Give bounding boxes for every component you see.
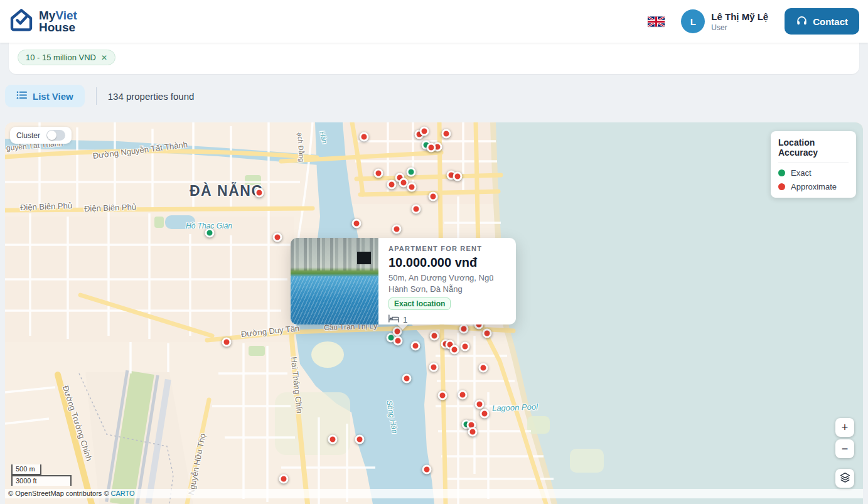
legend-dot: [778, 183, 785, 190]
filter-chip-row: 10 - 15 million VND ✕: [18, 50, 850, 65]
attribution-text: © OpenStreetMap contributors ©: [8, 490, 111, 497]
layers-button[interactable]: [835, 469, 854, 488]
property-marker-approximate[interactable]: [412, 205, 421, 214]
exact-location-badge: Exact location: [388, 298, 451, 310]
property-marker-approximate[interactable]: [429, 192, 438, 201]
property-marker-approximate[interactable]: [392, 225, 402, 234]
property-marker-approximate[interactable]: [429, 363, 439, 372]
language-flag-icon[interactable]: [648, 16, 665, 27]
filter-chip[interactable]: 10 - 15 million VND ✕: [18, 50, 115, 65]
map-label: ĐÀ NẴNG: [190, 183, 264, 200]
property-marker-approximate[interactable]: [459, 324, 469, 334]
contact-button[interactable]: Contact: [785, 8, 859, 35]
legend-dot: [778, 169, 785, 176]
results-count: 134 properties found: [108, 91, 195, 102]
carto-link[interactable]: CARTO: [111, 490, 135, 497]
property-marker-approximate[interactable]: [453, 172, 463, 181]
property-marker-approximate[interactable]: [422, 465, 432, 475]
property-marker-approximate[interactable]: [374, 169, 383, 178]
property-marker-approximate[interactable]: [355, 435, 365, 444]
legend-title: Location Accuracy: [778, 137, 849, 158]
property-marker-approximate[interactable]: [279, 475, 289, 484]
photo-building-detail: [357, 252, 371, 264]
property-marker-approximate[interactable]: [468, 427, 478, 437]
scale-imperial: 3000 ft: [11, 475, 72, 486]
bed-icon: [388, 314, 399, 324]
property-marker-approximate[interactable]: [480, 409, 490, 419]
filter-chip-label: 10 - 15 million VND: [26, 53, 96, 62]
chip-remove-icon[interactable]: ✕: [101, 53, 107, 62]
logo[interactable]: MyViet House: [9, 8, 77, 35]
map-scale: 500 m 3000 ft: [11, 464, 72, 486]
legend-item-exact: Exact: [778, 168, 849, 178]
property-marker-approximate[interactable]: [483, 329, 492, 338]
zoom-in-button[interactable]: +: [835, 418, 854, 437]
legend-label-approximate: Approximate: [791, 182, 837, 191]
property-marker-approximate[interactable]: [255, 188, 264, 198]
legend-divider: [778, 163, 849, 163]
list-view-label: List View: [33, 91, 73, 102]
logo-text: MyViet House: [39, 9, 77, 33]
list-icon: [16, 90, 27, 102]
property-marker-exact[interactable]: [205, 228, 215, 238]
property-marker-approximate[interactable]: [387, 180, 397, 190]
property-marker-approximate[interactable]: [222, 338, 232, 347]
property-marker-approximate[interactable]: [407, 183, 417, 192]
property-marker-exact[interactable]: [407, 168, 416, 177]
avatar[interactable]: L: [681, 9, 705, 33]
list-view-button[interactable]: List View: [5, 85, 85, 107]
headphones-icon: [796, 14, 808, 28]
popup-address: 50m, An Dương Vương, Ngũ Hành Sơn, Đà Nẵ…: [388, 272, 512, 294]
map-label: Lagoon Pool: [492, 402, 538, 413]
property-popup[interactable]: APARTMENT FOR RENT 10.000.000 vnđ 50m, A…: [291, 238, 516, 324]
property-marker-approximate[interactable]: [394, 336, 403, 346]
property-marker-approximate[interactable]: [402, 374, 412, 383]
property-marker-approximate[interactable]: [438, 391, 447, 400]
cluster-control: Cluster: [10, 127, 72, 144]
property-marker-approximate[interactable]: [352, 219, 362, 228]
property-marker-approximate[interactable]: [411, 341, 421, 351]
toggle-knob: [47, 131, 56, 140]
popup-price: 10.000.000 vnđ: [388, 255, 512, 270]
zoom-out-button[interactable]: −: [835, 439, 854, 458]
property-marker-approximate[interactable]: [420, 127, 429, 136]
toolbar-divider: [96, 87, 97, 105]
property-marker-approximate[interactable]: [430, 331, 439, 341]
map-label: Điện Biên Phủ: [20, 201, 73, 212]
logo-house-icon: [9, 8, 34, 35]
property-marker-approximate[interactable]: [475, 400, 485, 409]
user-role: User: [711, 23, 768, 32]
map-label: Điện Biên Phủ: [84, 202, 137, 213]
cluster-label: Cluster: [16, 131, 40, 140]
property-marker-approximate[interactable]: [328, 435, 338, 444]
property-marker-approximate[interactable]: [450, 345, 459, 355]
popup-category: APARTMENT FOR RENT: [388, 245, 512, 252]
contact-label: Contact: [813, 16, 848, 27]
layers-icon: [840, 472, 850, 485]
property-marker-approximate[interactable]: [461, 342, 470, 351]
user-name: Lê Thị Mỹ Lệ: [711, 11, 768, 22]
cluster-toggle[interactable]: [46, 130, 65, 141]
property-marker-approximate[interactable]: [273, 233, 282, 242]
property-marker-approximate[interactable]: [427, 143, 436, 153]
property-marker-approximate[interactable]: [458, 390, 468, 400]
scale-metric: 500 m: [11, 464, 41, 475]
property-marker-approximate[interactable]: [360, 132, 369, 142]
property-marker-approximate[interactable]: [442, 129, 451, 139]
bed-count: 1: [403, 315, 407, 324]
legend-label-exact: Exact: [791, 168, 812, 178]
property-photo: [291, 238, 378, 324]
app-header: MyViet House L Lê Thị Mỹ Lệ User: [0, 0, 868, 43]
legend-item-approximate: Approximate: [778, 182, 849, 191]
property-marker-approximate[interactable]: [479, 363, 488, 373]
user-menu[interactable]: L Lê Thị Mỹ Lệ User: [681, 9, 768, 33]
location-accuracy-legend: Location Accuracy Exact Approximate: [771, 131, 856, 198]
toolbar: List View 134 properties found: [5, 85, 194, 107]
map-surface[interactable]: APARTMENT FOR RENT 10.000.000 vnđ 50m, A…: [5, 122, 863, 504]
map-attribution: © OpenStreetMap contributors © CARTO: [5, 489, 863, 498]
